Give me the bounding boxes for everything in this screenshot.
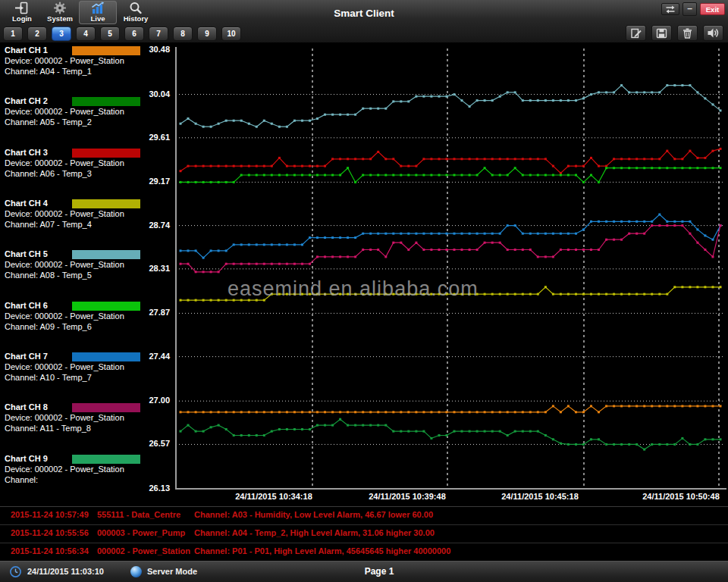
channel-channel: Channel: A11 - Temp_8 — [5, 424, 173, 433]
channel-legend-item[interactable]: Chart CH 1 Device: 000002 - Power_Statio… — [5, 45, 173, 96]
channel-color-swatch — [72, 149, 140, 158]
alarm-message: Channel: P01 - P01, High Level Alarm, 45… — [194, 546, 450, 555]
page-tab[interactable]: 8 — [173, 27, 193, 41]
channel-legend-item[interactable]: Chart CH 9 Device: 000002 - Power_Statio… — [5, 454, 173, 505]
sound-button[interactable] — [703, 25, 723, 41]
toolbar-live-label: Live — [90, 14, 105, 23]
main-toolbar: Login Syst — [3, 1, 155, 24]
topbar: Login Syst — [0, 0, 728, 42]
x-axis-label: 24/11/2015 10:39:48 — [347, 492, 468, 501]
channel-legend-item[interactable]: Chart CH 4 Device: 000002 - Power_Statio… — [5, 199, 173, 249]
channel-color-swatch — [72, 302, 140, 311]
alarm-row[interactable]: 2015-11-24 10:55:56 000003 - Power_Pump … — [0, 525, 728, 543]
page-tabs: 12345678910 — [3, 27, 246, 41]
channel-channel: Channel: — [5, 475, 173, 485]
alarm-time: 2015-11-24 10:57:49 — [11, 510, 89, 519]
login-icon — [14, 2, 30, 14]
edit-icon — [630, 28, 642, 39]
refresh-icon — [665, 5, 676, 14]
channel-channel: Channel: A07 - Temp_4 — [5, 220, 173, 230]
channel-device: Device: 000002 - Power_Station — [5, 158, 173, 168]
channel-device: Device: 000002 - Power_Station — [5, 56, 173, 66]
alarm-message: Channel: A03 - Humidity, Low Level Alarm… — [194, 510, 433, 519]
channel-device: Device: 000002 - Power_Station — [5, 465, 173, 474]
page-tab[interactable]: 1 — [3, 27, 23, 41]
watermark: easemind.en.alibaba.com — [228, 277, 479, 301]
gear-icon — [52, 2, 67, 14]
server-mode-label: Server Mode — [147, 567, 197, 576]
channel-channel: Channel: A10 - Temp_7 — [5, 373, 173, 383]
channel-color-swatch — [72, 403, 140, 412]
channel-device: Device: 000002 - Power_Station — [5, 413, 173, 423]
channel-color-swatch — [72, 199, 140, 208]
alarm-list: 2015-11-24 10:57:49 555111 - Data_Centre… — [0, 506, 728, 562]
channel-channel: Channel: A06 - Temp_3 — [5, 169, 173, 179]
channel-color-swatch — [72, 250, 140, 259]
toolbar-login-button[interactable]: Login — [3, 1, 41, 24]
edit-button[interactable] — [626, 25, 646, 41]
channel-device: Device: 000002 - Power_Station — [5, 209, 173, 219]
alarm-time: 2015-11-24 10:55:56 — [11, 528, 89, 537]
live-chart-icon — [90, 2, 105, 14]
channel-color-swatch — [72, 455, 140, 464]
channel-legend-item[interactable]: Chart CH 7 Device: 000002 - Power_Statio… — [5, 352, 173, 402]
toolbar-history-button[interactable]: History — [117, 1, 155, 24]
history-icon — [128, 2, 143, 14]
toolbar-live-button[interactable]: Live — [79, 1, 117, 24]
minimize-button[interactable]: – — [682, 2, 697, 16]
page-tab[interactable]: 6 — [124, 27, 144, 41]
page-tab[interactable]: 10 — [221, 27, 241, 41]
alarm-row[interactable]: 2015-11-24 10:57:49 555111 - Data_Centre… — [0, 507, 728, 525]
speaker-icon — [707, 27, 720, 39]
save-button[interactable] — [651, 25, 672, 41]
page-tab[interactable]: 5 — [100, 27, 120, 41]
page-tab[interactable]: 9 — [197, 27, 217, 41]
channel-device: Device: 000002 - Power_Station — [5, 362, 173, 372]
alarm-row[interactable]: 2015-11-24 10:56:34 000002 - Power_Stati… — [0, 543, 728, 562]
channel-legend-item[interactable]: Chart CH 6 Device: 000002 - Power_Statio… — [5, 301, 173, 352]
smart-client-window: easemind.en.alibaba.com 30.4830.0429.612… — [0, 0, 728, 582]
toolbar-system-label: System — [47, 14, 73, 23]
channel-channel: Channel: A09 - Temp_6 — [5, 322, 173, 332]
channel-channel: Channel: A04 - Temp_1 — [5, 67, 173, 77]
chart-actions — [626, 25, 723, 41]
x-axis-label: 24/11/2015 10:34:18 — [213, 492, 334, 501]
toolbar-login-label: Login — [12, 14, 32, 23]
alarm-device: 000002 - Power_Station — [97, 546, 190, 555]
channel-device: Device: 000002 - Power_Station — [5, 311, 173, 321]
x-axis-label: 24/11/2015 10:45:18 — [479, 492, 601, 501]
x-axis-label: 24/11/2015 10:50:48 — [620, 492, 728, 501]
channel-device: Device: 000002 - Power_Station — [5, 107, 173, 117]
channel-legend-item[interactable]: Chart CH 3 Device: 000002 - Power_Statio… — [5, 148, 173, 199]
page-tab[interactable]: 4 — [76, 27, 96, 41]
toolbar-history-label: History — [124, 14, 149, 23]
page-tab[interactable]: 2 — [27, 27, 47, 41]
alarm-time: 2015-11-24 10:56:34 — [11, 546, 89, 555]
clock-icon — [9, 565, 22, 578]
channel-legend: Chart CH 1 Device: 000002 - Power_Statio… — [5, 45, 173, 505]
toolbar-system-button[interactable]: System — [41, 1, 79, 24]
page-tab[interactable]: 7 — [149, 27, 168, 41]
channel-color-swatch — [72, 352, 140, 361]
trash-icon — [682, 28, 693, 39]
page-tab[interactable]: 3 — [52, 27, 71, 41]
page-indicator: Page 1 — [345, 566, 413, 577]
channel-legend-item[interactable]: Chart CH 8 Device: 000002 - Power_Statio… — [5, 402, 173, 453]
chart-canvas — [173, 44, 728, 506]
refresh-button[interactable] — [661, 3, 679, 15]
status-datetime: 24/11/2015 11:03:10 — [27, 567, 104, 576]
channel-device: Device: 000002 - Power_Station — [5, 260, 173, 270]
window-controls: – Exit — [661, 2, 725, 16]
channel-legend-item[interactable]: Chart CH 2 Device: 000002 - Power_Statio… — [5, 96, 173, 147]
channel-color-swatch — [72, 97, 140, 106]
save-icon — [656, 28, 667, 39]
alarm-device: 555111 - Data_Centre — [97, 510, 180, 519]
channel-color-swatch — [72, 46, 140, 55]
exit-button[interactable]: Exit — [700, 3, 725, 15]
channel-channel: Channel: A05 - Temp_2 — [5, 117, 173, 127]
server-mode-icon — [130, 566, 142, 577]
status-bar: 24/11/2015 11:03:10 Server Mode Page 1 e… — [0, 561, 728, 582]
channel-legend-item[interactable]: Chart CH 5 Device: 000002 - Power_Statio… — [5, 249, 173, 300]
delete-button[interactable] — [677, 25, 698, 41]
channel-channel: Channel: A08 - Temp_5 — [5, 271, 173, 280]
